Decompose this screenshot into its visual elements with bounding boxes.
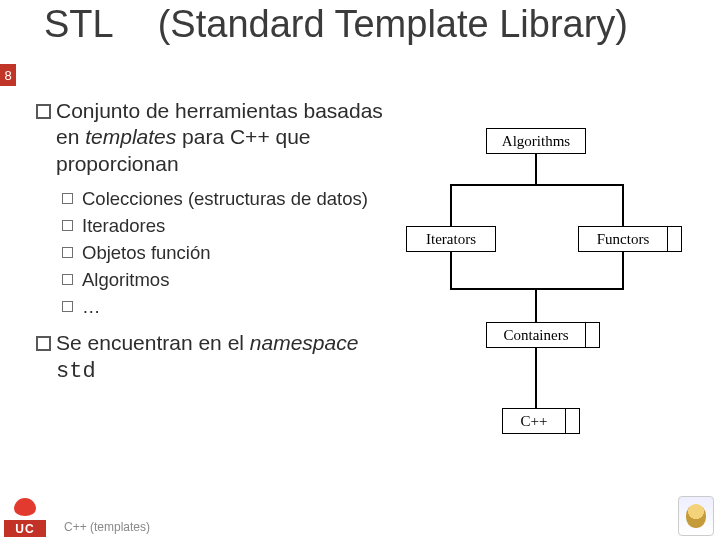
- subbullet-ellipsis: …: [36, 295, 386, 318]
- diagram-line: [450, 252, 452, 288]
- ns-code: std: [56, 359, 96, 384]
- title-acronym: STL: [44, 3, 114, 45]
- diagram-line: [535, 348, 537, 408]
- diagram-line: [450, 184, 622, 186]
- subbullet-collections: Colecciones (estructuras de datos): [36, 187, 386, 210]
- subbullet-functors: Objetos función: [36, 241, 386, 264]
- diagram-box-containers: Containers: [486, 322, 586, 348]
- diagram-box-functors-ext: [668, 226, 682, 252]
- footer: UC C++ (templates): [0, 494, 720, 540]
- diagram-line: [535, 154, 537, 184]
- bullet-namespace: Se encuentran en el namespace std: [36, 330, 386, 385]
- diagram-box-cpp: C++: [502, 408, 566, 434]
- diagram-line: [622, 252, 624, 288]
- logo-uc: UC: [4, 498, 46, 538]
- diagram: Algorithms Iterators Functors Containers…: [386, 98, 710, 540]
- ns-part-a: Se encuentran en el: [56, 331, 250, 354]
- title-expansion: (Standard Template Library): [158, 3, 628, 45]
- logo-right-crest: [678, 496, 714, 536]
- diagram-line: [450, 184, 452, 226]
- diagram-line: [450, 288, 624, 290]
- diagram-box-algorithms: Algorithms: [486, 128, 586, 154]
- diagram-box-iterators: Iterators: [406, 226, 496, 252]
- header: 8 STL(Standard Template Library): [0, 0, 720, 94]
- diagram-line: [535, 288, 537, 322]
- bullet-intro: Conjunto de herramientas basadas en temp…: [36, 98, 386, 177]
- slide: 8 STL(Standard Template Library) Conjunt…: [0, 0, 720, 540]
- intro-italic: templates: [85, 125, 176, 148]
- content: Conjunto de herramientas basadas en temp…: [0, 94, 720, 540]
- footer-text: C++ (templates): [64, 520, 150, 534]
- logo-uc-text: UC: [4, 520, 46, 537]
- diagram-box-cpp-ext: [566, 408, 580, 434]
- subbullet-iterators: Iteradores: [36, 214, 386, 237]
- page-number-marker: 8: [0, 64, 16, 86]
- slide-title: STL(Standard Template Library): [16, 4, 720, 46]
- text-column: Conjunto de herramientas basadas en temp…: [36, 98, 386, 540]
- diagram-box-functors: Functors: [578, 226, 668, 252]
- diagram-line: [622, 184, 624, 226]
- flame-icon: [14, 498, 36, 516]
- subbullet-algorithms: Algoritmos: [36, 268, 386, 291]
- ns-italic: namespace: [250, 331, 359, 354]
- diagram-box-containers-ext: [586, 322, 600, 348]
